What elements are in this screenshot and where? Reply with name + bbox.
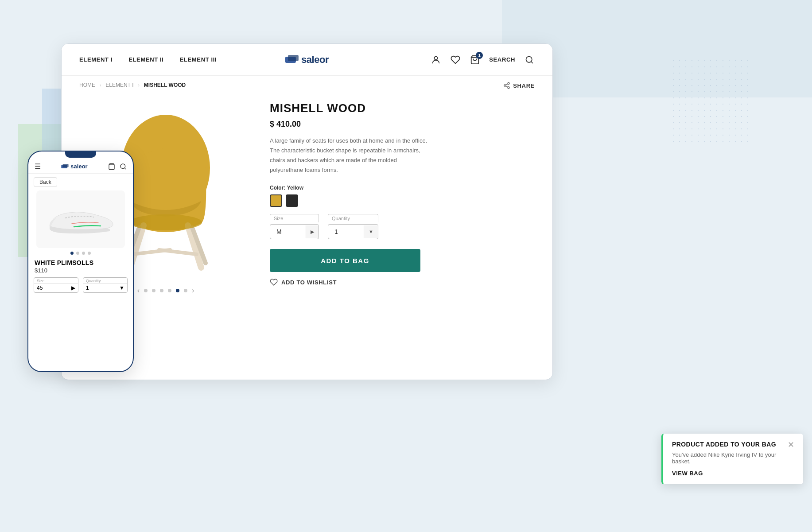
phone-dot-1[interactable]	[70, 252, 74, 255]
svg-line-9	[506, 86, 508, 87]
nav-item-element1[interactable]: ELEMENT I	[79, 56, 113, 63]
svg-rect-20	[63, 164, 69, 167]
phone-product-title: WHITE PLIMSOLLS	[28, 256, 133, 267]
wishlist-heart-icon	[270, 278, 278, 286]
cart-icon[interactable]: 1	[470, 54, 480, 65]
add-to-bag-button[interactable]: ADD TO BAG	[270, 249, 420, 272]
quantity-label: Quantity	[328, 214, 378, 222]
quantity-selector-group: Quantity 1 ▼	[328, 214, 378, 239]
phone-size-label: Size	[34, 278, 78, 283]
size-selector[interactable]: M ▶	[270, 224, 319, 239]
phone-size-selector[interactable]: Size 45 ▶	[34, 277, 78, 293]
image-dot-1[interactable]	[144, 289, 148, 292]
size-label: Size	[270, 214, 319, 222]
phone-dot-3[interactable]	[82, 252, 85, 255]
toast-title: PRODUCT ADDED TO YOUR BAG	[672, 441, 776, 448]
phone-notch	[65, 151, 96, 158]
nav-left: ELEMENT I ELEMENT II ELEMENT III	[79, 56, 217, 63]
breadcrumb-category[interactable]: ELEMENT I	[105, 82, 133, 88]
image-dot-4[interactable]	[168, 289, 171, 292]
share-button[interactable]: SHARE	[503, 82, 535, 89]
toast-header: PRODUCT ADDED TO YOUR BAG ✕	[672, 441, 794, 449]
color-swatch-yellow[interactable]	[270, 194, 282, 207]
logo-text: saleor	[301, 54, 329, 66]
phone-dot-2[interactable]	[76, 252, 79, 255]
phone-search-icon[interactable]	[120, 163, 127, 170]
breadcrumb-sep2: ›	[138, 83, 139, 88]
phone-shoe-image	[43, 199, 118, 239]
phone-selectors: Size 45 ▶ Quantity 1 ▼	[28, 277, 133, 293]
nav-logo[interactable]: saleor	[285, 54, 329, 66]
image-nav: ‹ ›	[137, 287, 194, 295]
image-dot-2[interactable]	[152, 289, 155, 292]
quantity-value: 1	[328, 225, 364, 239]
color-label: Color: Yellow	[270, 185, 535, 191]
size-value: M	[270, 225, 306, 239]
logo-icon	[285, 55, 299, 65]
share-icon	[503, 82, 510, 89]
image-nav-next[interactable]: ›	[192, 287, 194, 295]
image-dot-5[interactable]	[176, 289, 179, 292]
phone-quantity-label: Quantity	[83, 278, 127, 283]
svg-point-18	[129, 214, 202, 230]
search-icon[interactable]	[524, 54, 535, 65]
phone-quantity-selector[interactable]: Quantity 1 ▼	[83, 277, 128, 293]
quantity-dropdown-arrow[interactable]: ▼	[364, 225, 378, 238]
breadcrumb-sep1: ›	[100, 83, 101, 88]
product-area: ‹ › MISHELL WOOD $ 410.00 A large family…	[62, 88, 552, 295]
phone-logo: saleor	[61, 163, 87, 170]
phone-product-image	[36, 190, 125, 248]
color-swatches	[270, 194, 535, 207]
toast-notification: PRODUCT ADDED TO YOUR BAG ✕ You've added…	[661, 434, 803, 484]
wishlist-icon[interactable]	[450, 54, 461, 65]
search-label[interactable]: SEARCH	[489, 56, 515, 63]
product-details: MISHELL WOOD $ 410.00 A large family of …	[270, 93, 535, 295]
svg-line-10	[506, 84, 508, 85]
user-icon[interactable]	[431, 54, 441, 65]
image-dot-3[interactable]	[160, 289, 163, 292]
toast-view-bag-link[interactable]: VIEW BAG	[672, 470, 703, 477]
phone-logo-icon	[61, 164, 69, 169]
nav-bar: ELEMENT I ELEMENT II ELEMENT III saleor	[62, 44, 552, 76]
color-swatch-dark[interactable]	[286, 194, 298, 207]
svg-line-23	[124, 168, 126, 169]
nav-item-element3[interactable]: ELEMENT III	[180, 56, 217, 63]
phone-icons	[108, 163, 127, 170]
phone-mockup: ☰ saleor Back	[27, 151, 134, 372]
svg-point-6	[508, 82, 509, 84]
add-to-wishlist-label: ADD TO WISHLIST	[281, 279, 337, 286]
browser-window: ELEMENT I ELEMENT II ELEMENT III saleor	[61, 43, 553, 380]
svg-rect-1	[288, 55, 299, 61]
phone-quantity-value: 1 ▼	[83, 283, 127, 292]
dot-grid-decor	[670, 58, 750, 146]
image-dot-6[interactable]	[184, 289, 187, 292]
quantity-selector[interactable]: 1 ▼	[328, 224, 378, 239]
phone-menu-icon[interactable]: ☰	[35, 162, 41, 171]
svg-point-8	[508, 87, 509, 89]
phone-back-button[interactable]: Back	[34, 177, 57, 187]
svg-point-2	[435, 56, 438, 59]
phone-header: ☰ saleor	[28, 160, 133, 174]
phone-logo-text: saleor	[70, 163, 87, 170]
svg-line-5	[531, 61, 533, 63]
phone-cart-icon[interactable]	[108, 163, 115, 170]
size-selector-group: Size M ▶	[270, 214, 319, 239]
product-description: A large family of seats for uses both at…	[270, 136, 429, 175]
nav-item-element2[interactable]: ELEMENT II	[128, 56, 163, 63]
phone-image-dots	[28, 252, 133, 255]
phone-product-price: $110	[28, 267, 133, 277]
svg-point-7	[504, 85, 506, 86]
selectors-row: Size M ▶ Quantity 1 ▼	[270, 214, 535, 239]
product-price: $ 410.00	[270, 120, 535, 129]
image-nav-prev[interactable]: ‹	[137, 287, 140, 295]
size-dropdown-arrow[interactable]: ▶	[306, 225, 319, 238]
phone-dot-4[interactable]	[88, 252, 91, 255]
product-title: MISHELL WOOD	[270, 101, 535, 115]
cart-badge: 1	[476, 52, 483, 59]
breadcrumb-home[interactable]: HOME	[79, 82, 95, 88]
share-label: SHARE	[513, 82, 535, 89]
svg-line-17	[159, 250, 197, 254]
svg-point-22	[120, 164, 125, 169]
toast-close-button[interactable]: ✕	[788, 441, 794, 449]
add-to-wishlist-button[interactable]: ADD TO WISHLIST	[270, 278, 535, 286]
